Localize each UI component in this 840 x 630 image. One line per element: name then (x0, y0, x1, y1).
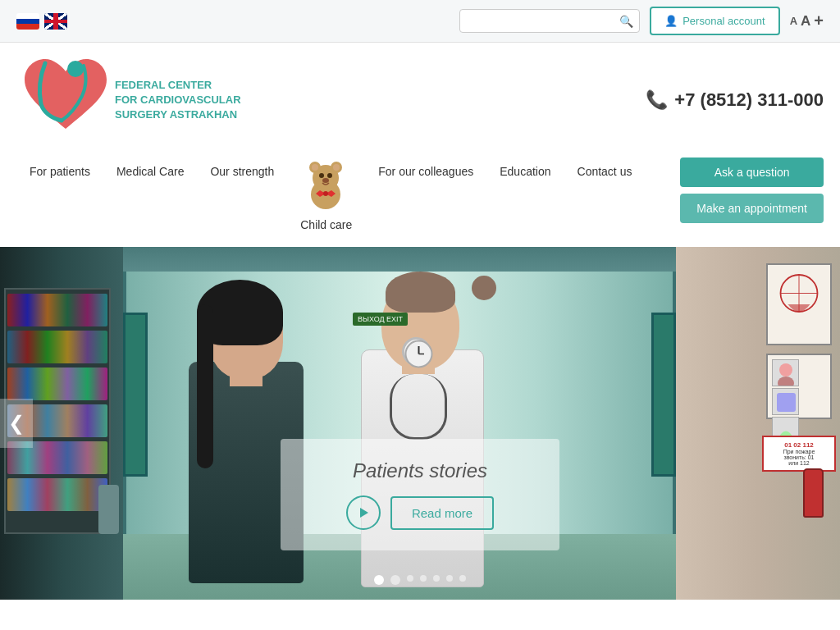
person-icon: 👤 (664, 15, 678, 27)
header: FEDERAL CENTER FOR CARDIOVASCULAR SURGER… (0, 43, 840, 158)
nav-contact-us[interactable]: Contact us (564, 158, 646, 185)
hero-overlay: Patients stories Read more (281, 439, 559, 550)
language-flags (16, 13, 67, 30)
nav-items: For patients Medical Care Our strength (16, 158, 664, 239)
svg-point-7 (319, 173, 324, 178)
svg-point-5 (312, 164, 318, 171)
dot-7[interactable] (459, 575, 466, 582)
search-icon[interactable]: 🔍 (619, 15, 633, 28)
nav-action-buttons: Ask a question Make an appointment (680, 158, 824, 223)
logo-svg (16, 51, 115, 149)
bear-mascot (304, 158, 349, 211)
play-button[interactable] (346, 495, 381, 530)
svg-point-0 (67, 61, 84, 77)
clinic-name: FEDERAL CENTER FOR CARDIOVASCULAR SURGER… (115, 78, 241, 123)
flag-en[interactable] (44, 13, 67, 30)
font-decrease-button[interactable]: A (790, 15, 797, 27)
hero-slider: ВЫХОД EXIT (0, 247, 840, 600)
nav-medical-care[interactable]: Medical Care (103, 158, 197, 185)
read-more-button[interactable]: Read more (390, 496, 494, 530)
play-icon (357, 506, 370, 519)
nav-our-strength[interactable]: Our strength (197, 158, 287, 185)
phone-icon: 📞 (646, 89, 668, 111)
hero-title: Patients stories (330, 459, 510, 482)
flag-ru[interactable] (16, 13, 39, 30)
navigation: For patients Medical Care Our strength (0, 158, 840, 247)
svg-point-8 (327, 173, 332, 178)
font-plus-button[interactable]: + (814, 11, 824, 30)
exit-sign: ВЫХОД EXIT (353, 313, 408, 326)
prev-slide-button[interactable]: ❮ (0, 399, 33, 448)
nav-child-care[interactable]: Child care (287, 211, 365, 239)
svg-marker-21 (360, 508, 368, 518)
ask-question-button[interactable]: Ask a question (680, 158, 824, 187)
logo-area: FEDERAL CENTER FOR CARDIOVASCULAR SURGER… (16, 51, 241, 149)
svg-point-18 (778, 377, 794, 386)
font-increase-button[interactable]: A (801, 13, 810, 30)
nav-for-patients[interactable]: For patients (16, 158, 103, 185)
hero-actions: Read more (330, 495, 510, 530)
personal-account-button[interactable]: 👤 Personal account (650, 7, 779, 35)
svg-point-17 (779, 363, 792, 377)
slide-dots (374, 575, 466, 585)
phone-number[interactable]: +7 (8512) 311-000 (674, 89, 824, 111)
dot-2[interactable] (390, 575, 400, 585)
dot-3[interactable] (407, 575, 413, 582)
svg-point-6 (333, 164, 340, 171)
font-controls: A A + (790, 11, 824, 30)
svg-rect-19 (777, 393, 796, 412)
search-input[interactable] (459, 9, 640, 33)
search-container: 🔍 (459, 9, 640, 33)
svg-point-10 (323, 191, 328, 196)
nav-for-colleagues[interactable]: For our colleagues (365, 158, 486, 185)
phone-area: 📞 +7 (8512) 311-000 (646, 89, 824, 111)
nav-education[interactable]: Education (486, 158, 564, 185)
dot-6[interactable] (446, 575, 453, 582)
dot-1[interactable] (374, 575, 384, 585)
dot-5[interactable] (433, 575, 440, 582)
top-bar: 🔍 👤 Personal account A A + (0, 0, 840, 43)
wall-clock (402, 337, 431, 366)
dot-4[interactable] (420, 575, 427, 582)
svg-point-9 (322, 178, 329, 183)
make-appointment-button[interactable]: Make an appointment (680, 194, 824, 223)
